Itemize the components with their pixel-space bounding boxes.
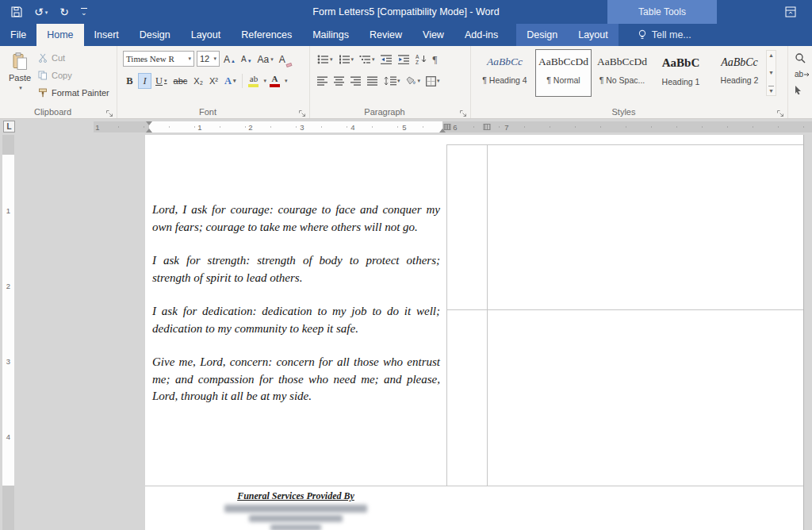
bullets-button[interactable]: ▾ [316, 52, 335, 67]
style-preview: AaBbCcDd [597, 56, 647, 68]
tab-mailings[interactable]: Mailings [302, 24, 359, 46]
subscript-button[interactable]: X₂ [191, 73, 205, 89]
tab-view[interactable]: View [412, 24, 454, 46]
tab-references[interactable]: References [231, 24, 302, 46]
borders-button[interactable]: ▾ [424, 74, 442, 89]
prayer-paragraph[interactable]: Lord, I ask for courage: courage to face… [152, 202, 440, 236]
clipboard-group-label: Clipboard [0, 107, 105, 117]
superscript-button[interactable]: X² [207, 73, 220, 89]
justify-button[interactable] [366, 74, 380, 89]
style-heading-4[interactable]: AaBbCc ¶ Heading 4 [477, 49, 533, 97]
line-spacing-button[interactable]: ▾ [382, 74, 402, 89]
redo-button[interactable]: ↻ [59, 6, 69, 17]
format-painter-button[interactable]: Format Painter [38, 86, 109, 99]
decrease-indent-button[interactable] [379, 52, 394, 67]
copy-button[interactable]: Copy [38, 68, 109, 82]
chevron-down-icon[interactable]: ▾ [263, 78, 266, 84]
document-page[interactable]: Lord, I ask for courage: courage to face… [145, 135, 804, 530]
style-heading-1[interactable]: AaBbC Heading 1 [653, 49, 709, 97]
font-row-2: B I U▾ abc X₂ X² A▾ ab ▾ A ▾ [123, 72, 287, 90]
dialog-launcher-icon [459, 109, 467, 117]
decrease-indent-icon [381, 55, 393, 64]
change-case-button[interactable]: Aa▾ [256, 51, 275, 67]
tab-home[interactable]: Home [36, 24, 83, 46]
style-name: ¶ Normal [546, 75, 580, 85]
clipboard-group: Paste ▾ Cut Copy Format Painter Clipboar… [0, 46, 117, 118]
tab-design[interactable]: Design [129, 24, 181, 46]
prayer-paragraph[interactable]: I ask for dedication: dedication to my j… [152, 303, 440, 337]
tab-stop-selector[interactable]: L [3, 121, 15, 132]
highlight-color-button[interactable]: ab [247, 74, 260, 88]
select-button[interactable] [795, 85, 802, 94]
chevron-down-icon[interactable]: ▾ [285, 78, 288, 84]
save-button[interactable] [11, 6, 22, 17]
increase-indent-button[interactable] [396, 52, 412, 67]
format-painter-label: Format Painter [52, 88, 109, 98]
chevron-down-icon: ▾ [418, 78, 421, 84]
replace-button[interactable]: ab [795, 70, 810, 79]
underline-button[interactable]: U▾ [153, 73, 170, 89]
prayer-paragraph[interactable]: Give me, Lord, concern: concern for all … [152, 354, 440, 405]
grow-font-button[interactable]: A▲ [222, 51, 237, 67]
styles-scroll-up-button[interactable]: ▲ [768, 51, 774, 60]
cut-button[interactable]: Cut [38, 51, 109, 64]
table-column-marker[interactable] [444, 124, 451, 130]
font-name-combo[interactable]: Times New R ▾ [123, 51, 194, 67]
tell-me-box[interactable]: Tell me... [631, 24, 698, 46]
copy-icon [38, 71, 48, 80]
styles-scroll-down-button[interactable]: ▼ [768, 68, 774, 77]
copy-label: Copy [52, 71, 72, 80]
italic-button[interactable]: I [138, 73, 151, 89]
shrink-font-button[interactable]: A▼ [239, 51, 254, 67]
tab-add-ins[interactable]: Add-ins [454, 24, 508, 46]
styles-dialog-launcher[interactable] [776, 106, 785, 115]
align-center-button[interactable] [332, 74, 347, 89]
sort-icon: AZ [416, 54, 427, 64]
text-effects-button[interactable]: A▾ [222, 73, 239, 89]
shading-button[interactable]: ▾ [404, 74, 423, 89]
ruler-number: 2 [2, 282, 14, 290]
highlight-color-swatch [248, 84, 259, 87]
find-button[interactable] [795, 52, 806, 63]
align-right-button[interactable] [349, 74, 363, 89]
customize-qat-button[interactable]: ⌄ [81, 8, 87, 17]
font-color-button[interactable]: A [268, 74, 282, 88]
undo-button[interactable]: ↺▾ [34, 6, 48, 17]
tab-table-design[interactable]: Design [516, 24, 568, 46]
style-no-spacing[interactable]: AaBbCcDd ¶ No Spac... [594, 49, 650, 97]
vertical-ruler[interactable]: 1 2 3 4 [2, 135, 14, 530]
paste-button[interactable]: Paste ▾ [4, 49, 36, 102]
multilevel-list-button[interactable]: ▾ [358, 52, 377, 67]
clipboard-dialog-launcher[interactable] [105, 106, 114, 115]
style-normal[interactable]: AaBbCcDd ¶ Normal [535, 49, 592, 97]
strikethrough-button[interactable]: abc [171, 73, 190, 89]
hanging-indent-marker[interactable] [146, 129, 152, 132]
numbering-button[interactable]: ▾ [337, 52, 356, 67]
prayer-paragraph[interactable]: I ask for strength: strength of body to … [152, 252, 440, 286]
style-heading-2[interactable]: AaBbCc Heading 2 [711, 49, 768, 97]
font-size-combo[interactable]: 12 ▾ [197, 51, 220, 67]
footer-title[interactable]: Funeral Services Provided By [237, 490, 354, 502]
tab-insert[interactable]: Insert [84, 24, 129, 46]
clear-formatting-button[interactable]: A [278, 51, 293, 67]
tab-file[interactable]: File [0, 24, 36, 46]
align-left-button[interactable] [316, 74, 330, 89]
tab-layout[interactable]: Layout [181, 24, 232, 46]
table-column-marker[interactable] [484, 124, 491, 130]
ribbon-display-options-button[interactable] [785, 6, 796, 21]
show-formatting-marks-button[interactable]: ¶ [431, 52, 439, 67]
font-dialog-launcher[interactable] [298, 106, 307, 115]
prayer-text[interactable]: Lord, I ask for courage: courage to face… [152, 202, 440, 422]
borders-icon [426, 76, 436, 86]
bold-button[interactable]: B [123, 73, 136, 89]
first-line-indent-marker[interactable] [146, 121, 152, 125]
sort-button[interactable]: AZ [414, 52, 429, 67]
tab-table-layout[interactable]: Layout [568, 24, 619, 46]
card-footer[interactable]: Funeral Services Provided By [145, 488, 446, 530]
paragraph-dialog-launcher[interactable] [459, 106, 468, 115]
paste-icon [13, 52, 28, 71]
styles-more-button[interactable]: ▼ [768, 86, 774, 95]
tab-review[interactable]: Review [359, 24, 412, 46]
word-window: ↺▾ ↻ ⌄ Form Letters5 [Compatibility Mode… [0, 0, 812, 530]
horizontal-ruler[interactable]: 1 1 2 3 4 5 6 7 [94, 121, 812, 132]
